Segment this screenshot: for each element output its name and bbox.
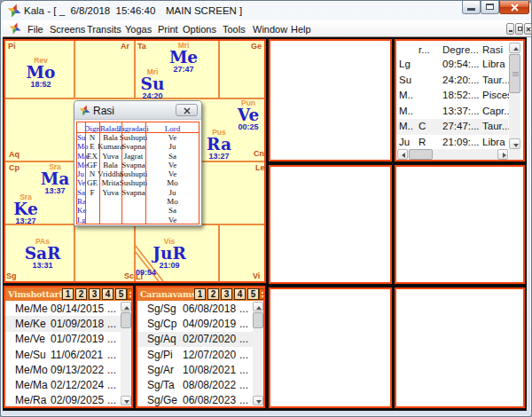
planet-table-vscrollbar[interactable] [509, 43, 520, 149]
scroll-left-button[interactable] [397, 149, 408, 160]
dasha-more: ... [239, 379, 248, 391]
rasi-popup-icon [79, 105, 90, 116]
dasha-row[interactable]: Me/Mo 09/13/2022 ... [5, 362, 131, 377]
dasha-row[interactable]: Sg/Ar 10/08/2021 ... [137, 362, 263, 377]
dasha-row[interactable]: Sg/Sg 06/08/2018 ... [137, 301, 263, 316]
vimshottari-tab-2[interactable]: 2 [75, 288, 87, 300]
rasi-cell: Taur... [482, 75, 510, 85]
mdi-close-button[interactable] [524, 23, 532, 35]
vimshottari-scrollbar[interactable] [121, 302, 131, 405]
dasha-row[interactable]: Me/Ke 01/09/2018 ... [5, 316, 131, 331]
maximize-button[interactable] [481, 1, 499, 14]
caranavamsa-scrollbar[interactable] [253, 302, 263, 405]
minimize-button[interactable] [462, 1, 481, 14]
rasi-popup-close-button[interactable] [176, 104, 198, 116]
menu-screens[interactable]: Screens [50, 24, 85, 35]
scroll-right-button[interactable] [497, 149, 508, 160]
planet-name: SaR [15, 245, 70, 262]
sign-label-pi: Pi [8, 43, 16, 51]
planet-degree: 18:52 [14, 81, 67, 88]
rasi-popup-window: Rasi Su N Bala Sushupti Ve [74, 100, 202, 226]
vimshottari-tab-1[interactable]: 1 [62, 288, 74, 300]
scroll-up-button[interactable] [121, 302, 131, 311]
caranavamsa-tab-2[interactable]: 2 [207, 288, 219, 300]
vscroll-thumb[interactable] [509, 54, 520, 93]
scroll-down-button[interactable] [253, 396, 263, 405]
planet-table-row[interactable]: M.. 13:37:... Capr.. [396, 104, 508, 120]
rasi-cell: Pisces [482, 90, 512, 100]
menu-yogas[interactable]: Yogas [125, 24, 152, 35]
scroll-up-button[interactable] [509, 43, 520, 53]
planet-table-rows: Lg 09:54:... Libra Su 24:20:... Taur... [396, 57, 508, 151]
scroll-down-button[interactable] [121, 396, 131, 405]
caranavamsa-tab-1[interactable]: 1 [194, 288, 206, 300]
planet-name: Su [126, 75, 179, 92]
dasha-pair: Me/Ma [15, 379, 47, 391]
caranavamsa-tab-4[interactable]: 4 [234, 288, 246, 300]
vimshottari-tab-3[interactable]: 3 [89, 288, 100, 300]
dasha-row[interactable]: Me/Su 11/06/2021 ... [5, 347, 131, 362]
vimshottari-list: Me/Me 08/14/2015 ... Me/Ke 01/09/2018 ..… [5, 301, 131, 406]
menu-print[interactable]: Print [158, 24, 178, 35]
dasha-pair: Sg/Ta [147, 379, 179, 391]
menu-tools[interactable]: Tools [223, 24, 246, 35]
sign-label-aq: Aq [9, 151, 20, 159]
scroll-up-button[interactable] [253, 302, 263, 311]
dasha-more: ... [107, 379, 116, 391]
flag-cell: C [419, 121, 426, 131]
planet-cell: Ju [399, 137, 410, 147]
planet-table-row[interactable]: M.. C 27:47:... Taur... [396, 119, 508, 135]
dasha-row[interactable]: Sg/Ge 06/08/2023 ... [137, 393, 263, 408]
dasha-date: 10/08/2021 [183, 364, 238, 376]
planet-table-row[interactable]: Su 24:20:... Taur... [396, 73, 508, 89]
col-header-degree[interactable]: Degre... [442, 44, 479, 55]
caranavamsa-more-button[interactable] [259, 288, 263, 300]
dasha-date: 02/09/2025 [51, 394, 106, 406]
rasi-popup-titlebar[interactable]: Rasi [74, 101, 201, 120]
planet-degree: 13:31 [15, 262, 70, 269]
planet-table-row[interactable]: M.. 18:52:... Pisces [396, 88, 508, 104]
close-button[interactable] [499, 1, 529, 14]
caranavamsa-label[interactable]: Caranavamsa [140, 289, 201, 299]
blank-panel-2 [269, 165, 392, 284]
vimshottari-more-button[interactable] [127, 288, 131, 300]
caranavamsa-tab-3[interactable]: 3 [221, 288, 232, 300]
flag-cell: R [419, 137, 426, 147]
menu-help[interactable]: Help [291, 24, 311, 35]
planet-table-hscrollbar[interactable] [397, 149, 508, 160]
mdi-minimize-button[interactable] [506, 23, 514, 35]
menu-app-icon [9, 22, 21, 35]
scroll-down-button[interactable] [509, 138, 520, 149]
dasha-row[interactable]: Me/Ve 01/07/2019 ... [5, 332, 131, 347]
mdi-restore-button[interactable] [515, 23, 523, 35]
rasi-table-outer-border [76, 122, 200, 224]
dasha-pair: Me/Mo [15, 364, 47, 376]
vscroll-thumb[interactable] [121, 312, 131, 328]
dasha-row[interactable]: Me/Ma 02/12/2024 ... [5, 377, 131, 392]
vscroll-thumb[interactable] [253, 312, 263, 328]
hscroll-thumb[interactable] [409, 149, 433, 160]
dasha-row[interactable]: Sg/Cp 04/09/2019 ... [137, 316, 263, 331]
menu-options[interactable]: Options [183, 24, 216, 35]
vimshottari-label[interactable]: Vimshottari [8, 289, 62, 299]
menu-transits[interactable]: Transits [87, 24, 121, 35]
dasha-row[interactable]: Sg/Ta 08/08/2022 ... [137, 377, 263, 392]
vimshottari-tab-4[interactable]: 4 [102, 288, 113, 300]
planet-table-row[interactable]: Lg 09:54:... Libra [396, 57, 508, 73]
dasha-row[interactable]: Sg/Pi 12/07/2020 ... [137, 347, 263, 362]
dasha-row[interactable]: Me/Ra 02/09/2025 ... [5, 393, 131, 408]
mdi-close-icon [526, 27, 531, 32]
dasha-row[interactable]: Me/Me 08/14/2015 ... [5, 301, 131, 316]
vimshottari-header: Vimshottari 1 2 3 4 5 [5, 287, 131, 301]
app-icon [7, 4, 21, 18]
caranavamsa-tab-5[interactable]: 5 [247, 288, 259, 300]
col-header-rasi[interactable]: Rasi [482, 44, 503, 55]
menu-file[interactable]: File [27, 24, 43, 35]
planet-degree: 13:27 [195, 153, 243, 160]
dasha-row[interactable]: Sg/Aq 02/07/2020 ... [137, 332, 263, 347]
planet-table-row[interactable]: Ju R 21:09:... Libra [396, 135, 508, 151]
vimshottari-tab-5[interactable]: 5 [115, 288, 127, 300]
dasha-more: ... [107, 364, 116, 376]
menu-window[interactable]: Window [253, 24, 287, 35]
col-header-r[interactable]: r... [419, 44, 430, 55]
